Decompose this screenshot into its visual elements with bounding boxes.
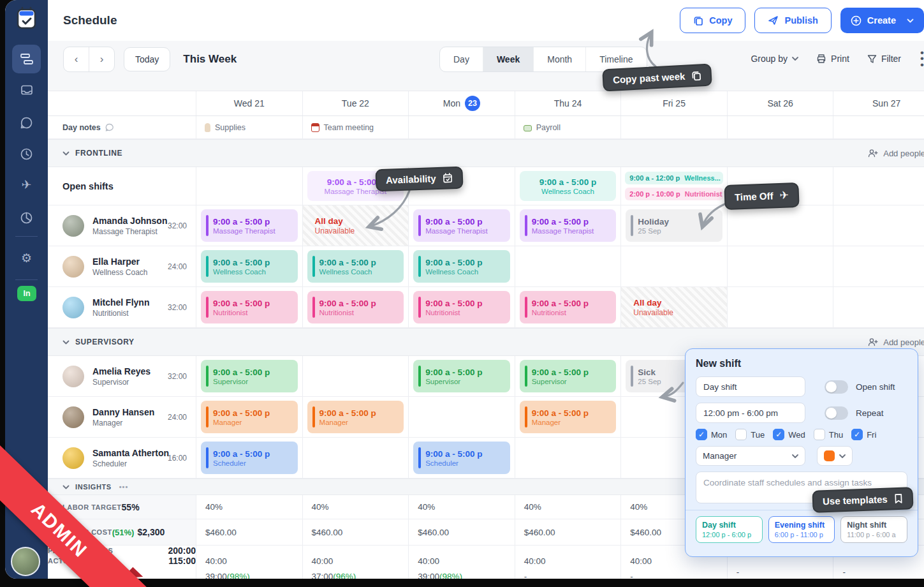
- shift-chip[interactable]: 9:00 a - 5:00 pMassage Therapist: [201, 209, 298, 242]
- shift-chip[interactable]: 9:00 a - 5:00 pScheduler: [413, 442, 510, 474]
- day-cell[interactable]: [833, 287, 924, 327]
- day-cell[interactable]: 9:00 a - 5:00 pScheduler: [196, 438, 302, 478]
- sidebar-item-time-off[interactable]: ✈: [5, 175, 48, 193]
- day-note-cell[interactable]: [727, 116, 833, 138]
- shift-chip[interactable]: 9:00 a - 5:00 pSupervisor: [413, 360, 510, 392]
- tab-day[interactable]: Day: [440, 47, 483, 71]
- shift-chip[interactable]: 9:00 a - 5:00 pNutritionist: [413, 291, 510, 323]
- checkbox-wed[interactable]: [773, 429, 784, 440]
- unavailable-cell[interactable]: All dayUnavailable: [303, 205, 409, 246]
- sidebar-item-schedule[interactable]: [12, 45, 41, 73]
- day-header-tue-22[interactable]: Tue 22: [302, 91, 409, 115]
- shift-chip[interactable]: 9:00 a - 5:00 pMassage Therapist: [520, 209, 617, 242]
- shift-chip[interactable]: 9:00 a - 5:00 pWellness Coach: [413, 250, 510, 283]
- add-people-button[interactable]: Add people: [868, 338, 924, 347]
- day-cell[interactable]: [833, 167, 924, 205]
- day-cell[interactable]: Holiday25 Sep: [620, 205, 727, 246]
- create-button[interactable]: Create: [840, 8, 924, 33]
- today-button[interactable]: Today: [124, 47, 170, 71]
- day-cell[interactable]: [408, 397, 515, 437]
- day-cell[interactable]: 9:00 a - 5:00 pWellness Coach: [302, 246, 409, 286]
- color-select[interactable]: [817, 446, 853, 466]
- day-cell[interactable]: [727, 246, 833, 286]
- checkbox-thu[interactable]: [814, 429, 825, 440]
- day-cell[interactable]: 9:00 a - 5:00 pWellness Coach: [196, 246, 302, 286]
- day-header-wed-21[interactable]: Wed 21: [196, 91, 302, 115]
- day-cell[interactable]: [302, 438, 409, 478]
- day-cell[interactable]: 9:00 a - 5:00 pNutritionist: [408, 287, 515, 327]
- shift-chip[interactable]: 9:00 a - 5:00 pScheduler: [201, 442, 298, 474]
- day-cell[interactable]: 9:00 a - 5:00 pScheduler: [408, 438, 515, 478]
- shift-chip[interactable]: 9:00 a - 5:00 pWellness Coach: [520, 171, 617, 201]
- day-cell[interactable]: 9:00 a - 5:00 pManager: [196, 397, 302, 437]
- mini-shift-chip[interactable]: 9:00 a - 12:00 pWellness...: [625, 172, 723, 184]
- day-cell[interactable]: 9:00 a - 5:00 pNutritionist: [515, 287, 621, 327]
- clock-in-badge[interactable]: In: [17, 286, 36, 301]
- copy-button[interactable]: Copy: [680, 8, 745, 33]
- day-header-sun-27[interactable]: Sun 27: [833, 91, 924, 115]
- day-cell[interactable]: [302, 356, 409, 396]
- shift-chip[interactable]: 9:00 a - 5:00 pSupervisor: [520, 360, 617, 392]
- day-cell[interactable]: 9:00 a - 5:00 pMassage Therapist: [515, 205, 621, 246]
- day-header-mon[interactable]: Mon23: [408, 91, 515, 115]
- day-note-cell[interactable]: [408, 116, 515, 138]
- shift-chip[interactable]: 9:00 a - 5:00 pManager: [307, 401, 404, 433]
- day-cell[interactable]: [833, 246, 924, 286]
- add-people-button[interactable]: Add people: [868, 149, 924, 158]
- section-toggle-frontline[interactable]: FRONTLINE: [48, 149, 122, 158]
- checkbox-mon[interactable]: [696, 429, 707, 440]
- day-header-thu-24[interactable]: Thu 24: [515, 91, 621, 115]
- sidebar-item-inbox[interactable]: [5, 81, 48, 99]
- day-cell[interactable]: [833, 205, 924, 246]
- day-cell[interactable]: 9:00 a - 12:00 pWellness...2:00 p - 10:0…: [620, 167, 727, 205]
- shift-name-input[interactable]: Day shift: [696, 376, 805, 397]
- shift-time-input[interactable]: 12:00 pm - 6:00 pm: [696, 403, 805, 423]
- day-header-sat-26[interactable]: Sat 26: [727, 91, 833, 115]
- sidebar-item-chat[interactable]: [5, 114, 48, 131]
- day-note-cell[interactable]: [620, 116, 727, 138]
- open-shift-toggle[interactable]: [825, 380, 848, 394]
- shift-chip[interactable]: 9:00 a - 5:00 pWellness Coach: [201, 250, 298, 283]
- day-cell[interactable]: 9:00 a - 5:00 pNutritionist: [302, 287, 409, 327]
- role-select[interactable]: Manager: [696, 446, 805, 466]
- checkbox-tue[interactable]: [735, 429, 747, 440]
- day-cell[interactable]: 9:00 a - 5:00 pMassage Therapist: [196, 205, 302, 246]
- unavailable-cell[interactable]: All dayUnavailable: [621, 287, 727, 327]
- day-cell[interactable]: [515, 246, 621, 286]
- app-logo-calendar-icon[interactable]: [5, 5, 48, 32]
- checkbox-fri[interactable]: [851, 429, 863, 440]
- sidebar-item-time-clock[interactable]: [5, 145, 48, 163]
- day-note-cell[interactable]: Supplies: [196, 116, 302, 138]
- template-evening-shift[interactable]: Evening shift 6:00 p - 11:00 p: [768, 516, 835, 543]
- day-cell[interactable]: [727, 205, 833, 246]
- template-day-shift[interactable]: Day shift 12:00 p - 6:00 p: [696, 516, 763, 543]
- next-week-button[interactable]: ›: [89, 47, 114, 71]
- mini-shift-chip[interactable]: 2:00 p - 10:00 pNutritionist: [625, 188, 723, 200]
- day-cell[interactable]: 9:00 a - 5:00 pManager: [515, 397, 621, 437]
- day-cell[interactable]: [620, 246, 727, 286]
- tab-month[interactable]: Month: [533, 47, 585, 71]
- shift-chip[interactable]: 9:00 a - 5:00 pManager: [201, 401, 298, 433]
- shift-chip[interactable]: 9:00 a - 5:00 pMassage Therapist: [413, 209, 510, 242]
- day-cell[interactable]: 9:00 a - 5:00 pWellness Coach: [515, 167, 621, 205]
- day-cell[interactable]: 9:00 a - 5:00 pManager: [302, 397, 409, 437]
- day-cell[interactable]: All dayUnavailable: [302, 205, 409, 246]
- template-night-shift[interactable]: Night shift 11:00 p - 6:00 a: [840, 516, 907, 543]
- day-cell[interactable]: 9:00 a - 5:00 pNutritionist: [196, 287, 302, 327]
- prev-week-button[interactable]: ‹: [64, 47, 89, 71]
- day-cell[interactable]: [196, 167, 302, 205]
- day-cell[interactable]: 9:00 a - 5:00 pSupervisor: [408, 356, 515, 396]
- day-cell[interactable]: [515, 438, 621, 478]
- insights-menu-button[interactable]: •••: [119, 483, 129, 491]
- repeat-toggle[interactable]: [825, 406, 848, 420]
- shift-chip[interactable]: 9:00 a - 5:00 pNutritionist: [201, 291, 298, 323]
- group-by-dropdown[interactable]: Group by: [751, 54, 798, 64]
- section-toggle-supervisory[interactable]: SUPERVISORY: [48, 338, 135, 346]
- user-avatar[interactable]: [11, 547, 40, 576]
- day-cell[interactable]: 9:00 a - 5:00 pSupervisor: [515, 356, 621, 396]
- day-cell[interactable]: 9:00 a - 5:00 pMassage Therapist: [408, 205, 515, 246]
- day-note-cell[interactable]: Payroll: [515, 116, 621, 138]
- print-button[interactable]: Print: [816, 54, 849, 64]
- day-cell[interactable]: 9:00 a - 5:00 pWellness Coach: [408, 246, 515, 286]
- day-note-cell[interactable]: Team meeting: [302, 116, 409, 138]
